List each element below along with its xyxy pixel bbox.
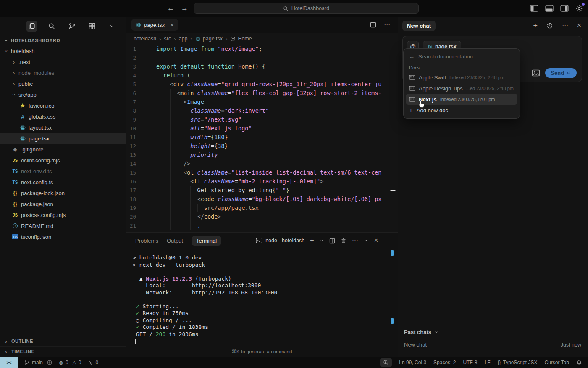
close-chat-icon[interactable]: ×	[577, 21, 581, 30]
tree-item-next-env-d-ts[interactable]: TSnext-env.d.ts	[0, 166, 126, 177]
past-chat-row[interactable]: New chatJust now	[398, 339, 588, 350]
problems-item[interactable]: ⊗ 0 △ 0	[59, 360, 81, 366]
tree-item-layout-tsx[interactable]: layout.tsx	[0, 122, 126, 133]
branch-icon	[24, 360, 30, 365]
send-label: Send	[551, 70, 564, 76]
warnings-icon: △	[73, 360, 76, 365]
tree-item-package-lock-json[interactable]: {}package-lock.json	[0, 188, 126, 199]
zoom-indicator[interactable]	[380, 358, 392, 367]
code-line: 16 <li className="mb-2 tracking-[-.01em]…	[126, 177, 398, 186]
tree-item-package-json[interactable]: {}package.json	[0, 199, 126, 209]
terminal-tab-problems[interactable]: Problems	[135, 238, 158, 244]
breadcrumb-separator: ›	[190, 36, 192, 42]
code-line: 20 </code>	[126, 212, 398, 221]
terminal-line: ✓ Compiled / in 1838ms	[133, 324, 398, 331]
doc-item-apple-design-tips[interactable]: Apple Design Tips...ed 23/03/25, 2:48 pm	[406, 83, 517, 94]
toggle-bottom-panel-icon[interactable]	[545, 5, 554, 12]
split-terminal-icon[interactable]	[329, 238, 335, 244]
remote-indicator[interactable]: ><	[0, 357, 18, 368]
maximize-panel-chevron-icon[interactable]	[364, 238, 369, 243]
tree-item--gitignore[interactable]: ◆.gitignore	[0, 144, 126, 155]
nav-back-icon[interactable]: ←	[167, 4, 174, 13]
ai-chat-panel: New chat + ⋯ × @ page.tsx	[398, 17, 588, 357]
extensions-icon[interactable]	[87, 21, 98, 32]
workspace-search-box[interactable]: HotelDashboard	[194, 3, 419, 14]
indentation-item[interactable]: Spaces: 2	[433, 360, 456, 365]
tree-item-page-tsx[interactable]: page.tsx	[0, 133, 126, 144]
panel-more-tabs-icon[interactable]: ⋯	[392, 238, 398, 244]
past-chats-header[interactable]: Past chats	[404, 329, 438, 335]
tree-item-public[interactable]: ›public	[0, 78, 126, 89]
toggle-right-panel-icon[interactable]	[560, 5, 569, 12]
docs-search-row[interactable]: ← Search documentation...	[404, 49, 520, 63]
ports-item[interactable]: 0	[88, 360, 99, 365]
close-panel-icon[interactable]: ×	[374, 237, 378, 244]
chat-history-icon[interactable]	[546, 22, 553, 29]
timeline-section[interactable]: › TIMELINE	[0, 346, 126, 357]
terminal-more-actions-icon[interactable]: ⋯	[352, 237, 358, 244]
doc-item-apple-swift[interactable]: Apple SwiftIndexed 23/03/25, 2:48 pm	[406, 72, 517, 83]
tree-item-favicon-ico[interactable]: ★favicon.ico	[0, 100, 126, 111]
breadcrumb-item-app[interactable]: app	[179, 36, 188, 42]
code-editor[interactable]: 1import Image from "next/image";23export…	[126, 45, 398, 232]
back-arrow-icon[interactable]: ←	[409, 53, 415, 60]
cursor-position-item[interactable]: Ln 99, Col 3	[399, 360, 426, 365]
tree-item-postcss-config-mjs[interactable]: JSpostcss.config.mjs	[0, 209, 126, 220]
attach-image-icon[interactable]	[532, 69, 540, 77]
editor-more-actions-icon[interactable]: ⋯	[384, 21, 390, 29]
kill-terminal-trash-icon[interactable]	[341, 238, 346, 244]
notifications-bell-icon[interactable]	[576, 360, 582, 365]
terminal-line: - Local: http://localhost:3000	[133, 282, 398, 289]
terminal-dropdown-chevron-icon[interactable]	[320, 238, 324, 243]
git-branch-item[interactable]: main	[24, 360, 52, 365]
encoding-item[interactable]: UTF-8	[463, 360, 477, 365]
tree-item-globals-css[interactable]: #globals.css	[0, 111, 126, 122]
tree-item-hoteldash[interactable]: ›hoteldash	[0, 45, 126, 56]
workspace-header[interactable]: › HOTELDASHBOARD	[0, 35, 126, 45]
breadcrumb-item-page-tsx[interactable]: page.tsx	[195, 36, 223, 42]
new-chat-plus-icon[interactable]: +	[533, 21, 538, 30]
search-panel-icon[interactable]	[46, 21, 58, 32]
tree-item-readme-md[interactable]: iREADME.md	[0, 220, 126, 231]
tree-item-src-app[interactable]: ›src/app	[0, 89, 126, 100]
breadcrumb-item-hoteldash[interactable]: hoteldash	[134, 36, 156, 42]
language-mode-item[interactable]: {} TypeScript JSX	[497, 360, 537, 365]
doc-item-next-js[interactable]: Next.jsIndexed 23/03/25, 8:01 pm	[406, 94, 517, 105]
cursor-tab-item[interactable]: Cursor Tab	[545, 360, 569, 365]
code-line: 7 <Image	[126, 98, 398, 106]
terminal-tab-terminal[interactable]: Terminal	[192, 236, 221, 246]
breadcrumb-item-home[interactable]: Home	[230, 36, 252, 42]
terminal-tab-output[interactable]: Output	[167, 238, 183, 244]
add-new-doc-row[interactable]: + Add new doc	[406, 105, 517, 116]
settings-gear-icon[interactable]	[575, 5, 583, 12]
line-number: 12	[126, 142, 144, 151]
breadcrumb-item-src[interactable]: src	[164, 36, 171, 42]
tree-item-node-modules[interactable]: ›node_modules	[0, 67, 126, 78]
chat-header: New chat + ⋯ ×	[398, 17, 588, 34]
new-terminal-icon[interactable]: +	[310, 237, 314, 244]
terminal-output[interactable]: > hoteldash@0.1.0 dev> next dev --turbop…	[126, 249, 398, 357]
terminal-session[interactable]: node - hoteldash	[256, 238, 304, 244]
chat-title-tab[interactable]: New chat	[402, 21, 436, 31]
json-braces-icon: {}	[13, 201, 17, 207]
activity-more-chevron-icon[interactable]	[107, 21, 117, 31]
tree-item--next[interactable]: ›.next	[0, 56, 126, 67]
tab-page-tsx[interactable]: page.tsx ×	[131, 19, 178, 31]
eol-item[interactable]: LF	[484, 360, 490, 365]
editor-tab-bar: page.tsx × ⋯	[126, 17, 398, 33]
split-editor-icon[interactable]	[370, 22, 376, 28]
explorer-files-icon[interactable]	[26, 21, 37, 32]
source-control-icon[interactable]	[66, 21, 78, 32]
toggle-left-panel-icon[interactable]	[530, 5, 538, 12]
terminal-line: > next dev --turbopack	[133, 262, 398, 269]
code-line: 6 <main className="flex flex-col gap-[32…	[126, 89, 398, 98]
send-button[interactable]: Send ↵	[545, 68, 577, 78]
tab-close-icon[interactable]: ×	[170, 22, 174, 28]
tree-item-next-config-ts[interactable]: TSnext.config.ts	[0, 177, 126, 188]
nav-forward-icon[interactable]: →	[181, 4, 188, 13]
terminal-line	[133, 268, 398, 275]
chat-more-actions-icon[interactable]: ⋯	[562, 22, 568, 29]
outline-section[interactable]: › OUTLINE	[0, 336, 126, 346]
tree-item-eslint-config-mjs[interactable]: JSeslint.config.mjs	[0, 155, 126, 166]
tree-item-tsconfig-json[interactable]: TStsconfig.json	[0, 231, 126, 242]
